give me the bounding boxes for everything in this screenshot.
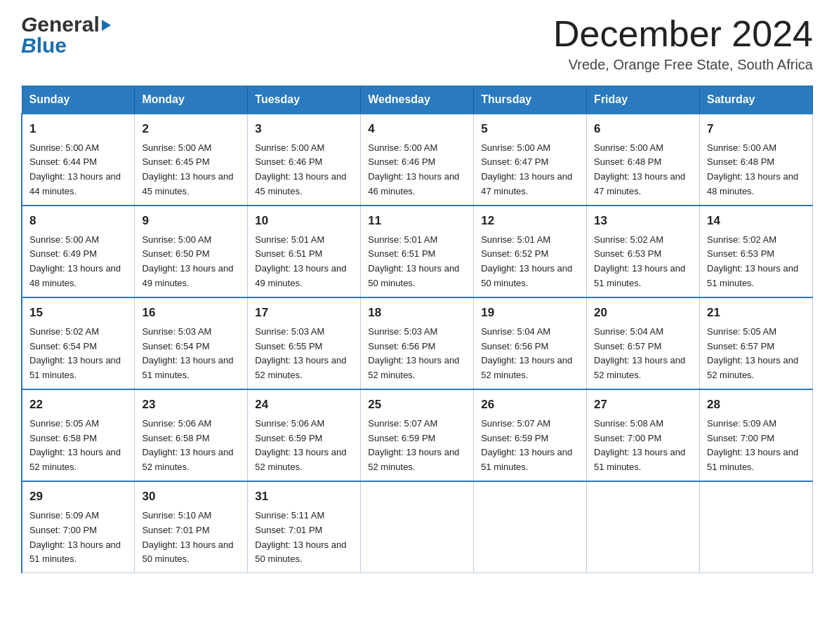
day-number: 11 xyxy=(368,212,466,230)
logo-text-blue-rest: lue xyxy=(37,35,67,56)
day-info: Sunrise: 5:03 AMSunset: 6:55 PMDaylight:… xyxy=(255,326,346,381)
calendar-day-cell: 6 Sunrise: 5:00 AMSunset: 6:48 PMDayligh… xyxy=(587,114,700,206)
day-number: 12 xyxy=(481,212,579,230)
day-info: Sunrise: 5:06 AMSunset: 6:59 PMDaylight:… xyxy=(255,418,346,473)
calendar-day-cell: 18 Sunrise: 5:03 AMSunset: 6:56 PMDaylig… xyxy=(361,297,474,389)
logo: G eneral B lue xyxy=(21,14,111,56)
calendar-day-cell: 1 Sunrise: 5:00 AMSunset: 6:44 PMDayligh… xyxy=(22,114,135,206)
calendar-day-cell: 25 Sunrise: 5:07 AMSunset: 6:59 PMDaylig… xyxy=(361,389,474,481)
day-info: Sunrise: 5:09 AMSunset: 7:00 PMDaylight:… xyxy=(707,418,798,473)
day-info: Sunrise: 5:04 AMSunset: 6:56 PMDaylight:… xyxy=(481,326,572,381)
calendar-day-cell: 21 Sunrise: 5:05 AMSunset: 6:57 PMDaylig… xyxy=(700,297,813,389)
day-info: Sunrise: 5:02 AMSunset: 6:53 PMDaylight:… xyxy=(707,234,798,289)
day-info: Sunrise: 5:02 AMSunset: 6:53 PMDaylight:… xyxy=(594,234,685,289)
calendar-week-row: 22 Sunrise: 5:05 AMSunset: 6:58 PMDaylig… xyxy=(22,389,813,481)
day-info: Sunrise: 5:00 AMSunset: 6:47 PMDaylight:… xyxy=(481,142,572,197)
calendar-day-cell xyxy=(474,481,587,573)
day-number: 6 xyxy=(594,120,692,138)
logo-arrow-icon xyxy=(102,20,111,31)
day-info: Sunrise: 5:00 AMSunset: 6:48 PMDaylight:… xyxy=(707,142,798,197)
col-wednesday: Wednesday xyxy=(361,86,474,114)
day-number: 8 xyxy=(29,212,127,230)
col-friday: Friday xyxy=(587,86,700,114)
day-info: Sunrise: 5:11 AMSunset: 7:01 PMDaylight:… xyxy=(255,510,346,565)
calendar-day-cell: 16 Sunrise: 5:03 AMSunset: 6:54 PMDaylig… xyxy=(135,297,248,389)
day-number: 7 xyxy=(707,120,805,138)
col-thursday: Thursday xyxy=(474,86,587,114)
page-header: G eneral B lue December 2024 Vrede, Oran… xyxy=(21,14,813,73)
day-info: Sunrise: 5:08 AMSunset: 7:00 PMDaylight:… xyxy=(594,418,685,473)
day-info: Sunrise: 5:00 AMSunset: 6:46 PMDaylight:… xyxy=(255,142,346,197)
day-info: Sunrise: 5:07 AMSunset: 6:59 PMDaylight:… xyxy=(368,418,459,473)
calendar-week-row: 1 Sunrise: 5:00 AMSunset: 6:44 PMDayligh… xyxy=(22,114,813,206)
calendar-day-cell: 31 Sunrise: 5:11 AMSunset: 7:01 PMDaylig… xyxy=(248,481,361,573)
day-info: Sunrise: 5:00 AMSunset: 6:49 PMDaylight:… xyxy=(29,234,121,289)
day-number: 13 xyxy=(594,212,692,230)
calendar-day-cell: 4 Sunrise: 5:00 AMSunset: 6:46 PMDayligh… xyxy=(361,114,474,206)
day-info: Sunrise: 5:05 AMSunset: 6:57 PMDaylight:… xyxy=(707,326,798,381)
day-number: 17 xyxy=(255,304,353,322)
day-info: Sunrise: 5:01 AMSunset: 6:51 PMDaylight:… xyxy=(255,234,346,289)
calendar-week-row: 8 Sunrise: 5:00 AMSunset: 6:49 PMDayligh… xyxy=(22,206,813,297)
day-number: 16 xyxy=(142,304,240,322)
day-info: Sunrise: 5:00 AMSunset: 6:44 PMDaylight:… xyxy=(29,142,121,197)
day-info: Sunrise: 5:07 AMSunset: 6:59 PMDaylight:… xyxy=(481,418,572,473)
col-saturday: Saturday xyxy=(700,86,813,114)
day-number: 28 xyxy=(707,396,805,414)
calendar-day-cell: 15 Sunrise: 5:02 AMSunset: 6:54 PMDaylig… xyxy=(22,297,135,389)
day-number: 24 xyxy=(255,396,353,414)
day-number: 30 xyxy=(142,488,240,506)
day-number: 21 xyxy=(707,304,805,322)
day-info: Sunrise: 5:10 AMSunset: 7:01 PMDaylight:… xyxy=(142,510,233,565)
day-number: 2 xyxy=(142,120,240,138)
calendar-day-cell: 26 Sunrise: 5:07 AMSunset: 6:59 PMDaylig… xyxy=(474,389,587,481)
day-number: 20 xyxy=(594,304,692,322)
calendar-day-cell: 28 Sunrise: 5:09 AMSunset: 7:00 PMDaylig… xyxy=(700,389,813,481)
day-info: Sunrise: 5:00 AMSunset: 6:50 PMDaylight:… xyxy=(142,234,233,289)
calendar-day-cell: 5 Sunrise: 5:00 AMSunset: 6:47 PMDayligh… xyxy=(474,114,587,206)
day-info: Sunrise: 5:00 AMSunset: 6:48 PMDaylight:… xyxy=(594,142,685,197)
day-number: 14 xyxy=(707,212,805,230)
day-number: 5 xyxy=(481,120,579,138)
calendar-day-cell: 20 Sunrise: 5:04 AMSunset: 6:57 PMDaylig… xyxy=(587,297,700,389)
calendar-day-cell: 13 Sunrise: 5:02 AMSunset: 6:53 PMDaylig… xyxy=(587,206,700,297)
calendar-day-cell: 7 Sunrise: 5:00 AMSunset: 6:48 PMDayligh… xyxy=(700,114,813,206)
day-info: Sunrise: 5:03 AMSunset: 6:56 PMDaylight:… xyxy=(368,326,459,381)
day-info: Sunrise: 5:09 AMSunset: 7:00 PMDaylight:… xyxy=(29,510,121,565)
day-number: 25 xyxy=(368,396,466,414)
calendar-day-cell: 22 Sunrise: 5:05 AMSunset: 6:58 PMDaylig… xyxy=(22,389,135,481)
calendar-week-row: 15 Sunrise: 5:02 AMSunset: 6:54 PMDaylig… xyxy=(22,297,813,389)
calendar-day-cell: 27 Sunrise: 5:08 AMSunset: 7:00 PMDaylig… xyxy=(587,389,700,481)
day-number: 23 xyxy=(142,396,240,414)
day-info: Sunrise: 5:00 AMSunset: 6:46 PMDaylight:… xyxy=(368,142,459,197)
calendar-day-cell: 19 Sunrise: 5:04 AMSunset: 6:56 PMDaylig… xyxy=(474,297,587,389)
day-number: 27 xyxy=(594,396,692,414)
day-info: Sunrise: 5:05 AMSunset: 6:58 PMDaylight:… xyxy=(29,418,121,473)
day-info: Sunrise: 5:06 AMSunset: 6:58 PMDaylight:… xyxy=(142,418,233,473)
day-info: Sunrise: 5:02 AMSunset: 6:54 PMDaylight:… xyxy=(29,326,121,381)
calendar-week-row: 29 Sunrise: 5:09 AMSunset: 7:00 PMDaylig… xyxy=(22,481,813,573)
calendar-day-cell: 14 Sunrise: 5:02 AMSunset: 6:53 PMDaylig… xyxy=(700,206,813,297)
col-monday: Monday xyxy=(135,86,248,114)
calendar-day-cell: 23 Sunrise: 5:06 AMSunset: 6:58 PMDaylig… xyxy=(135,389,248,481)
calendar-day-cell: 12 Sunrise: 5:01 AMSunset: 6:52 PMDaylig… xyxy=(474,206,587,297)
day-info: Sunrise: 5:04 AMSunset: 6:57 PMDaylight:… xyxy=(594,326,685,381)
calendar-day-cell: 24 Sunrise: 5:06 AMSunset: 6:59 PMDaylig… xyxy=(248,389,361,481)
calendar-day-cell: 29 Sunrise: 5:09 AMSunset: 7:00 PMDaylig… xyxy=(22,481,135,573)
subtitle: Vrede, Orange Free State, South Africa xyxy=(553,57,813,73)
calendar-header-row: Sunday Monday Tuesday Wednesday Thursday… xyxy=(22,86,813,114)
day-number: 10 xyxy=(255,212,353,230)
logo-text-general-rest: eneral xyxy=(37,14,99,35)
logo-text-general-g: G xyxy=(21,14,37,35)
calendar-day-cell xyxy=(361,481,474,573)
day-number: 15 xyxy=(29,304,127,322)
calendar-day-cell: 9 Sunrise: 5:00 AMSunset: 6:50 PMDayligh… xyxy=(135,206,248,297)
day-number: 9 xyxy=(142,212,240,230)
day-number: 19 xyxy=(481,304,579,322)
calendar-table: Sunday Monday Tuesday Wednesday Thursday… xyxy=(21,86,813,573)
day-number: 31 xyxy=(255,488,353,506)
day-number: 18 xyxy=(368,304,466,322)
day-number: 29 xyxy=(29,488,127,506)
main-title: December 2024 xyxy=(553,14,813,54)
calendar-day-cell xyxy=(700,481,813,573)
